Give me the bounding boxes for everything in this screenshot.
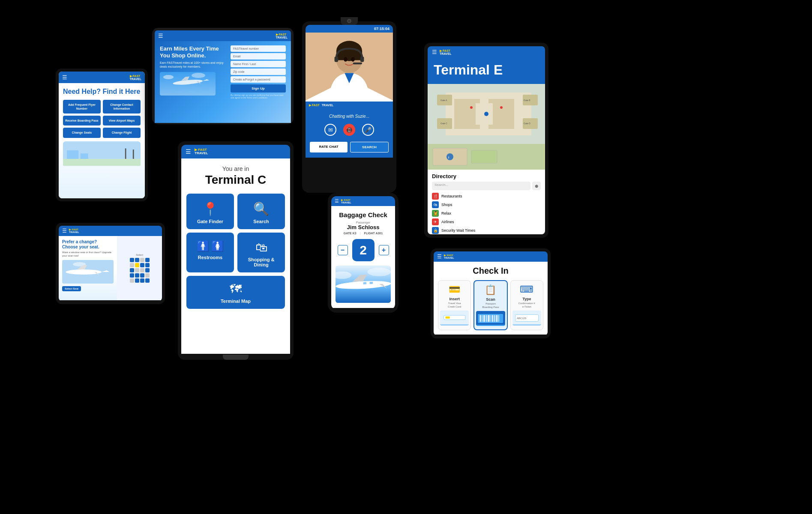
svg-rect-67 — [486, 315, 487, 322]
svg-rect-5 — [133, 149, 134, 159]
end-call-button[interactable]: 📵 — [343, 124, 355, 136]
name-field[interactable]: Name First / Last — [231, 61, 286, 67]
svg-text:Gate B: Gate B — [524, 99, 530, 102]
help-title: Need Help? Find it Here — [63, 87, 141, 96]
insert-image — [440, 311, 469, 326]
shopping-label: Shopping & Dining — [241, 257, 282, 267]
svg-rect-4 — [125, 148, 126, 158]
terminal-map: Gate A Gate B Gate C Gate D — [428, 84, 545, 144]
directory-search[interactable]: Search... — [432, 182, 530, 190]
svg-point-48 — [470, 106, 473, 109]
hamburger-icon-bag[interactable]: ☰ — [335, 198, 339, 204]
device-baggage-check: ☰ ▶ FAST TRAVEL Baggage Check Passenger … — [328, 193, 399, 313]
svg-rect-61 — [446, 316, 450, 318]
gate-finder-label: Gate Finder — [190, 219, 231, 224]
svg-point-7 — [163, 75, 174, 79]
directory-title: Directory — [432, 173, 541, 179]
scan-image — [476, 311, 505, 326]
ci-type-label: Type — [512, 297, 541, 301]
svg-text:ABC123: ABC123 — [517, 317, 527, 319]
rate-chat-button[interactable]: RATE CHAT — [310, 142, 348, 152]
hamburger-icon[interactable]: ☰ — [62, 74, 67, 81]
device-terminal-c: ☰ ▶ FAST TRAVEL You are in Terminal C 📍 … — [178, 141, 294, 360]
svg-rect-71 — [494, 315, 495, 322]
baggage-plane-image — [336, 266, 391, 303]
hamburger-icon-earn[interactable]: ☰ — [158, 33, 163, 39]
device-need-help: ☰ ▶ FAST TRAVEL Need Help? Find it Here … — [56, 69, 148, 201]
message-button[interactable]: ✉ — [324, 124, 336, 136]
svg-point-49 — [500, 106, 503, 109]
airport-scene — [63, 141, 141, 167]
dir-security[interactable]: 🔒 Security Wait Times — [432, 227, 541, 234]
search-tile[interactable]: 🔍 Search — [237, 194, 285, 229]
svg-rect-56 — [471, 150, 497, 163]
svg-text:i: i — [448, 155, 449, 159]
hamburger-icon-seat[interactable]: ☰ — [62, 228, 67, 234]
gate-finder-tile[interactable]: 📍 Gate Finder — [186, 194, 234, 229]
signup-button[interactable]: Sign Up — [231, 84, 286, 93]
restrooms-tile[interactable]: 🚹🚺 Restrooms — [186, 233, 234, 272]
svg-rect-72 — [496, 315, 498, 322]
flight-info: FLIGHT A301 — [364, 232, 383, 235]
search-button[interactable]: SEARCH — [350, 142, 389, 152]
change-seats-btn[interactable]: Change Seats — [63, 128, 101, 137]
dir-airlines[interactable]: ✈ Airlines — [432, 218, 541, 225]
time-display: 07:15:04 — [374, 27, 390, 31]
svg-rect-1 — [63, 158, 141, 165]
bag-count-display: 2 — [352, 239, 375, 261]
svg-rect-36 — [363, 282, 367, 284]
svg-point-8 — [192, 73, 205, 78]
change-flight-btn[interactable]: Change Flight — [103, 128, 141, 137]
svg-rect-3 — [81, 153, 88, 159]
mute-button[interactable]: 🎤 — [362, 124, 374, 136]
plus-button[interactable]: + — [379, 245, 389, 255]
terminal-map-tile[interactable]: 🗺 Terminal Map — [186, 276, 285, 309]
dir-shops[interactable]: 🛍 Shops — [432, 201, 541, 208]
hamburger-icon-tc[interactable]: ☰ — [186, 148, 191, 155]
select-seat-button[interactable]: Select Seat — [62, 286, 81, 291]
svg-rect-21 — [360, 57, 364, 62]
svg-point-18 — [344, 57, 348, 62]
hamburger-icon-ci[interactable]: ☰ — [437, 254, 442, 260]
ci-scan-label: Scan — [476, 297, 505, 302]
search-filter-btn[interactable]: ⊕ — [532, 182, 541, 190]
ci-insert-option[interactable]: 💳 Insert Travel Visa Credit Card — [438, 280, 471, 330]
ci-scan-option[interactable]: 📋 Scan Passport Boarding Pass — [473, 280, 507, 330]
baggage-check-title: Baggage Check — [339, 211, 387, 218]
seat-plane-image — [62, 260, 114, 284]
boarding-pass-btn[interactable]: Receive Boarding Pass — [63, 116, 101, 126]
ff-number-field[interactable]: FASTtravel number — [231, 45, 286, 52]
terminal-e-title: Terminal E — [434, 62, 539, 78]
svg-rect-69 — [491, 315, 491, 322]
add-ff-btn[interactable]: Add Frequent Flyer Number — [63, 100, 101, 114]
svg-rect-64 — [480, 315, 481, 322]
password-field[interactable]: Create a/Forgot a password — [231, 76, 286, 83]
seat-subtitle: Want a window seat or first class? Upgra… — [62, 251, 114, 258]
hamburger-icon-te[interactable]: ☰ — [432, 49, 437, 55]
airplane-image — [160, 72, 216, 96]
change-contact-btn[interactable]: Change Contact Information — [103, 100, 141, 114]
svg-text:Gate A: Gate A — [440, 99, 447, 102]
ci-type-sub: Confirmation # e-Ticket — [512, 302, 541, 309]
terminal-map-label: Terminal Map — [190, 299, 282, 304]
device-video-chat: 07:15:04 — [302, 21, 396, 193]
svg-rect-22 — [353, 63, 363, 64]
svg-text:Gate D: Gate D — [524, 122, 530, 125]
earn-subtext: Earn FASTtravel miles at 100+ stores and… — [160, 61, 226, 69]
airport-maps-btn[interactable]: View Airport Maps — [103, 116, 141, 126]
agent-photo — [306, 33, 393, 102]
terminal-c-title: Terminal C — [205, 173, 267, 187]
zip-field[interactable]: Zip code — [231, 69, 286, 75]
ci-type-option[interactable]: ⌨ Type Confirmation # e-Ticket ABC123 — [510, 280, 543, 330]
dir-relax[interactable]: 💆 Relax — [432, 210, 541, 217]
svg-rect-2 — [67, 150, 78, 159]
svg-point-19 — [351, 57, 355, 62]
you-are-in: You are in — [222, 165, 249, 172]
gate-info: GATE K3 — [344, 232, 357, 235]
shopping-tile[interactable]: 🛍 Shopping & Dining — [237, 233, 285, 272]
svg-point-31 — [367, 268, 391, 276]
email-field[interactable]: Email — [231, 53, 286, 60]
svg-rect-73 — [499, 315, 500, 322]
dir-restaurants[interactable]: 🍴 Restaurants — [432, 193, 541, 200]
minus-button[interactable]: − — [338, 245, 348, 255]
